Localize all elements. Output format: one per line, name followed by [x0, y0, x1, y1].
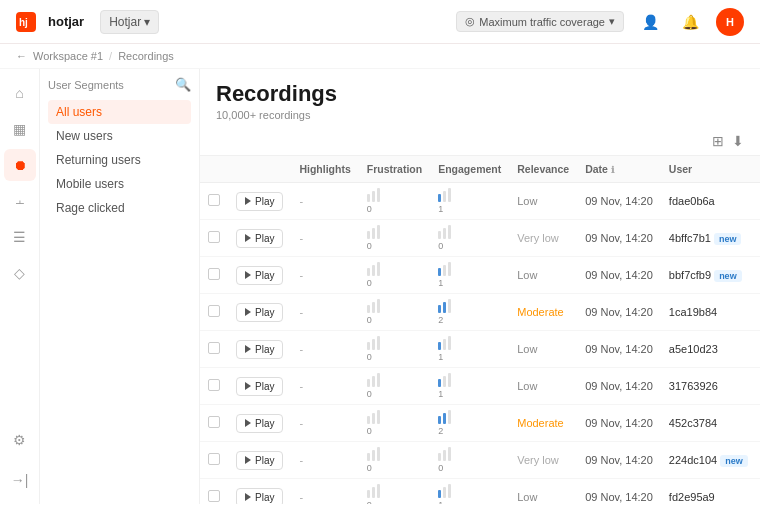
- sidebar-item-funnels[interactable]: ⫠: [4, 185, 36, 217]
- col-country: Country: [756, 156, 760, 183]
- play-button[interactable]: Play: [236, 229, 283, 248]
- row-checkbox[interactable]: [200, 405, 228, 442]
- row-user[interactable]: 224dc104 new: [661, 442, 756, 479]
- breadcrumb-workspace[interactable]: Workspace #1: [33, 50, 103, 62]
- recording-count: 10,000+ recordings: [216, 109, 744, 121]
- row-country: 🇨🇭 Switzerland: [756, 442, 760, 479]
- toolbar-right: ⊞ ⬇: [712, 133, 744, 149]
- table-row: Play - 0 0 Very low 09 Nov, 14:20 224dc1…: [200, 442, 760, 479]
- row-user[interactable]: 31763926: [661, 368, 756, 405]
- sidebar-item-collapse[interactable]: →|: [4, 464, 36, 496]
- row-highlights: -: [291, 405, 358, 442]
- row-play-cell: Play: [228, 331, 291, 368]
- row-country: 🇫🇮 Finland: [756, 368, 760, 405]
- row-user[interactable]: 452c3784: [661, 405, 756, 442]
- row-frustration: 0: [359, 183, 430, 220]
- nav-right: ◎ Maximum traffic coverage ▾ 👤 🔔 H: [456, 8, 744, 36]
- table-row: Play - 0 1 Low 09 Nov, 14:20 fd2e95a9 🇨🇾…: [200, 479, 760, 505]
- segment-rage-clicked[interactable]: Rage clicked: [48, 196, 191, 220]
- row-country: 🇵🇱 Poland: [756, 294, 760, 331]
- play-button[interactable]: Play: [236, 414, 283, 433]
- breadcrumb: ← Workspace #1 / Recordings: [0, 44, 760, 69]
- row-date: 09 Nov, 14:20: [577, 368, 661, 405]
- row-play-cell: Play: [228, 257, 291, 294]
- play-button[interactable]: Play: [236, 303, 283, 322]
- row-user[interactable]: bbf7cfb9 new: [661, 257, 756, 294]
- row-user[interactable]: 4bffc7b1 new: [661, 220, 756, 257]
- row-checkbox[interactable]: [200, 220, 228, 257]
- row-country: 🇨🇾 Cyprus: [756, 479, 760, 505]
- row-play-cell: Play: [228, 368, 291, 405]
- download-icon[interactable]: ⬇: [732, 133, 744, 149]
- sidebar-item-settings[interactable]: ⚙: [4, 424, 36, 456]
- row-date: 09 Nov, 14:20: [577, 405, 661, 442]
- top-nav: hj hotjar Hotjar ▾ ◎ Maximum traffic cov…: [0, 0, 760, 44]
- segment-all-users[interactable]: All users: [48, 100, 191, 124]
- play-button[interactable]: Play: [236, 451, 283, 470]
- users-icon-button[interactable]: 👤: [636, 8, 664, 36]
- row-play-cell: Play: [228, 479, 291, 505]
- row-relevance: Very low: [509, 442, 577, 479]
- row-checkbox[interactable]: [200, 294, 228, 331]
- col-play: [228, 156, 291, 183]
- play-icon: [245, 493, 251, 501]
- sidebar-icons: ⌂ ▦ ⏺ ⫠ ☰ ◇ ⚙ →|: [0, 69, 40, 504]
- breadcrumb-separator: /: [109, 50, 112, 62]
- play-icon: [245, 382, 251, 390]
- play-icon: [245, 345, 251, 353]
- row-relevance: Low: [509, 368, 577, 405]
- row-date: 09 Nov, 14:20: [577, 479, 661, 505]
- row-play-cell: Play: [228, 220, 291, 257]
- row-date: 09 Nov, 14:20: [577, 220, 661, 257]
- logo[interactable]: hj: [16, 12, 36, 32]
- table-row: Play - 0 0 Very low 09 Nov, 14:20 4bffc7…: [200, 220, 760, 257]
- segment-label: User Segments: [48, 79, 124, 91]
- back-icon[interactable]: ←: [16, 50, 27, 62]
- search-icon[interactable]: 🔍: [175, 77, 191, 92]
- workspace-button[interactable]: Hotjar ▾: [100, 10, 159, 34]
- bell-icon-button[interactable]: 🔔: [676, 8, 704, 36]
- row-checkbox[interactable]: [200, 183, 228, 220]
- row-checkbox[interactable]: [200, 442, 228, 479]
- play-button[interactable]: Play: [236, 377, 283, 396]
- row-frustration: 0: [359, 257, 430, 294]
- table-row: Play - 0 1 Low 09 Nov, 14:20 a5e10d23 🇮🇳…: [200, 331, 760, 368]
- play-button[interactable]: Play: [236, 488, 283, 505]
- traffic-coverage-button[interactable]: ◎ Maximum traffic coverage ▾: [456, 11, 624, 32]
- sidebar-item-recordings[interactable]: ⏺: [4, 149, 36, 181]
- brand-name: hotjar: [48, 14, 84, 29]
- row-checkbox[interactable]: [200, 368, 228, 405]
- segment-returning-users[interactable]: Returning users: [48, 148, 191, 172]
- col-date: Date ℹ: [577, 156, 661, 183]
- row-play-cell: Play: [228, 442, 291, 479]
- grid-view-icon[interactable]: ⊞: [712, 133, 724, 149]
- segment-new-users[interactable]: New users: [48, 124, 191, 148]
- table-toolbar: ⊞ ⬇: [200, 127, 760, 156]
- play-button[interactable]: Play: [236, 340, 283, 359]
- avatar[interactable]: H: [716, 8, 744, 36]
- row-user[interactable]: 1ca19b84: [661, 294, 756, 331]
- sidebar-item-heatmaps[interactable]: ▦: [4, 113, 36, 145]
- play-button[interactable]: Play: [236, 266, 283, 285]
- row-highlights: -: [291, 294, 358, 331]
- row-user[interactable]: a5e10d23: [661, 331, 756, 368]
- row-engagement: 1: [430, 257, 509, 294]
- row-highlights: -: [291, 442, 358, 479]
- sidebar-item-surveys[interactable]: ☰: [4, 221, 36, 253]
- row-highlights: -: [291, 479, 358, 505]
- row-engagement: 1: [430, 479, 509, 505]
- row-checkbox[interactable]: [200, 331, 228, 368]
- sidebar-item-feedback[interactable]: ◇: [4, 257, 36, 289]
- row-checkbox[interactable]: [200, 257, 228, 294]
- row-checkbox[interactable]: [200, 479, 228, 505]
- row-user[interactable]: fdae0b6a: [661, 183, 756, 220]
- segment-mobile-users[interactable]: Mobile users: [48, 172, 191, 196]
- row-engagement: 0: [430, 220, 509, 257]
- row-highlights: -: [291, 331, 358, 368]
- col-user: User: [661, 156, 756, 183]
- sidebar-item-home[interactable]: ⌂: [4, 77, 36, 109]
- table-row: Play - 0 1 Low 09 Nov, 14:20 31763926 🇫🇮…: [200, 368, 760, 405]
- row-user[interactable]: fd2e95a9: [661, 479, 756, 505]
- play-button[interactable]: Play: [236, 192, 283, 211]
- play-icon: [245, 308, 251, 316]
